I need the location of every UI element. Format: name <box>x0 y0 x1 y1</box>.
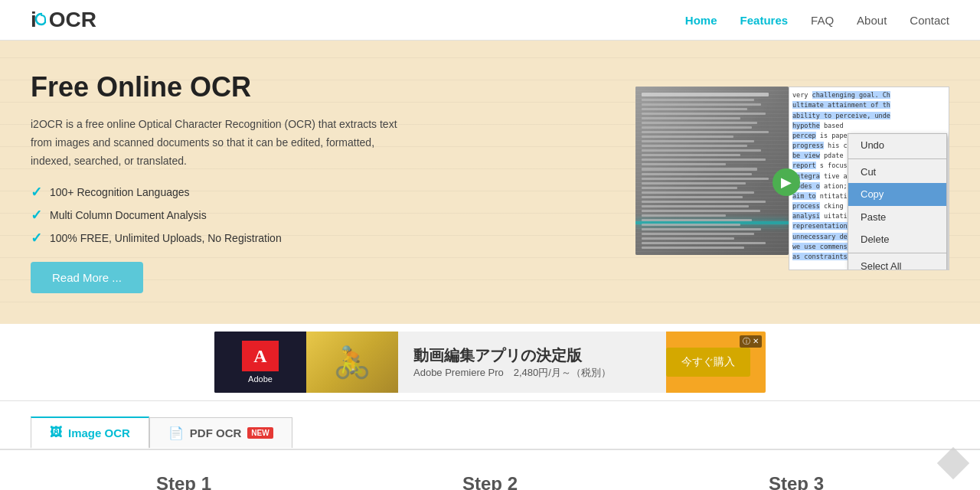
pdf-ocr-label: PDF OCR <box>190 426 242 439</box>
check-icon-1: ✓ <box>31 184 42 201</box>
hero-title: Free Online OCR <box>31 71 536 103</box>
ad-text-area: 動画編集アプリの決定版 Adobe Premiere Pro 2,480円/月～… <box>398 332 666 393</box>
document-image <box>635 87 789 255</box>
steps-section: Step 1 Step 2 Step 3 <box>0 449 980 490</box>
feature-item-3: ✓ 100% FREE, Unlimited Uploads, No Regis… <box>31 230 536 247</box>
tabs-row: 🖼 Image OCR 📄 PDF OCR NEW <box>31 416 949 449</box>
step-3: Step 3 <box>643 473 949 490</box>
context-menu-sep-2 <box>848 253 946 253</box>
context-menu-delete[interactable]: Delete <box>848 228 946 251</box>
logo-swirl-icon <box>34 12 49 28</box>
context-menu-sep-1 <box>848 158 946 159</box>
arrow-right-icon: ▶ <box>773 168 800 196</box>
ad-silhouette-icon: 🚴 <box>333 345 371 381</box>
step-3-label: Step 3 <box>643 473 949 490</box>
check-icon-2: ✓ <box>31 207 42 224</box>
ad-sub-text: Adobe Premiere Pro 2,480円/月～（税別） <box>413 366 651 380</box>
feature-item-2: ✓ Multi Column Document Analysis <box>31 207 536 224</box>
context-menu: Undo Cut Copy Paste Delete Select All <box>848 133 947 270</box>
context-menu-undo[interactable]: Undo <box>848 134 946 157</box>
ad-banner: A Adobe 🚴 動画編集アプリの決定版 Adobe Premiere Pro… <box>0 324 980 401</box>
tabs-section: 🖼 Image OCR 📄 PDF OCR NEW <box>0 401 980 449</box>
image-tab-icon: 🖼 <box>50 426 62 439</box>
feature-list: ✓ 100+ Recognition Languages ✓ Multi Col… <box>31 184 536 247</box>
check-icon-3: ✓ <box>31 230 42 247</box>
logo-ocr: OCR <box>49 8 96 32</box>
ad-adobe-left: A Adobe <box>214 332 306 393</box>
step-1: Step 1 <box>31 473 337 490</box>
nav-contact[interactable]: Contact <box>910 14 949 27</box>
nav-home[interactable]: Home <box>685 14 717 27</box>
ad-badge: ⓘ ✕ <box>740 335 762 348</box>
pdf-tab-icon: 📄 <box>168 426 184 440</box>
nav-faq[interactable]: FAQ <box>811 14 834 27</box>
tab-image-ocr[interactable]: 🖼 Image OCR <box>31 416 149 449</box>
adobe-logo: A <box>242 341 279 371</box>
ad-buy-button[interactable]: 今すぐ購入 <box>666 348 750 377</box>
context-menu-select-all[interactable]: Select All <box>848 255 946 271</box>
ad-content: A Adobe 🚴 動画編集アプリの決定版 Adobe Premiere Pro… <box>214 332 766 393</box>
adobe-label: Adobe <box>248 374 273 384</box>
hero-text: Free Online OCR i2OCR is a free online O… <box>31 71 536 293</box>
ocr-text-content: very challenging goal. Ch ultimate attai… <box>789 87 949 265</box>
image-ocr-label: Image OCR <box>68 426 130 439</box>
main-nav: Home Features FAQ About Contact <box>685 14 949 27</box>
context-menu-cut[interactable]: Cut <box>848 161 946 184</box>
steps-row: Step 1 Step 2 Step 3 <box>31 473 949 490</box>
ocr-result-panel: very challenging goal. Ch ultimate attai… <box>789 87 949 270</box>
new-badge: NEW <box>247 427 273 439</box>
hero-image-area: ▶ very challenging goal. Ch ultimate att… <box>536 87 949 278</box>
context-menu-paste[interactable]: Paste <box>848 206 946 229</box>
nav-features[interactable]: Features <box>740 14 789 27</box>
tab-pdf-ocr[interactable]: 📄 PDF OCR NEW <box>149 417 292 448</box>
hero-description: i2OCR is a free online Optical Character… <box>31 116 398 170</box>
ad-photo: 🚴 <box>306 332 398 393</box>
context-menu-copy[interactable]: Copy <box>848 183 946 206</box>
nav-about[interactable]: About <box>857 14 887 27</box>
step-1-label: Step 1 <box>31 473 337 490</box>
header: i OCR Home Features FAQ About Contact <box>0 0 980 41</box>
hero-section: Free Online OCR i2OCR is a free online O… <box>0 41 980 324</box>
read-more-button[interactable]: Read More ... <box>31 262 143 293</box>
step-2: Step 2 <box>337 473 643 490</box>
logo[interactable]: i OCR <box>31 8 96 32</box>
feature-item-1: ✓ 100+ Recognition Languages <box>31 184 536 201</box>
step-2-label: Step 2 <box>337 473 643 490</box>
ad-main-text: 動画編集アプリの決定版 <box>413 345 651 366</box>
